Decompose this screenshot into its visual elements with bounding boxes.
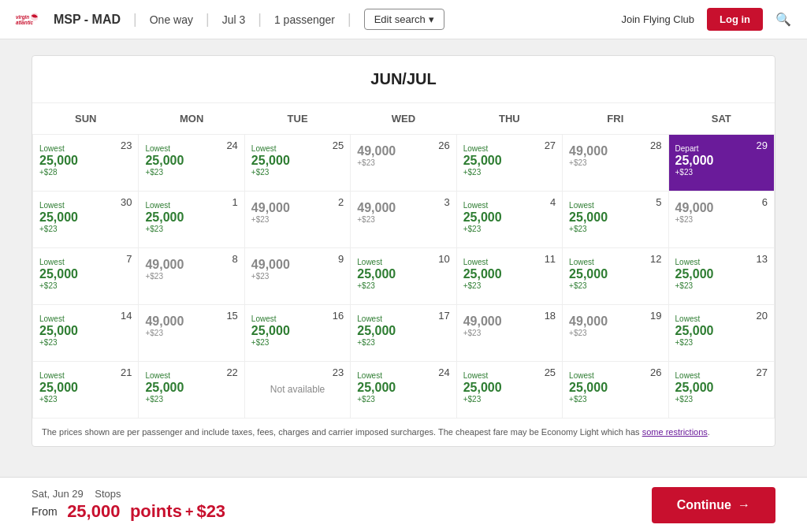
calendar-week-row: 23 Lowest 25,000 +$28 24 Lowest 25,000 +… xyxy=(33,135,775,192)
calendar-cell[interactable]: 17 Lowest 25,000 +$23 xyxy=(351,305,456,362)
cell-points: 25,000 xyxy=(463,154,556,168)
stops-label: Stops xyxy=(95,488,121,500)
calendar-cell[interactable]: 30 Lowest 25,000 +$23 xyxy=(33,192,139,248)
cell-points: 49,000 xyxy=(675,201,768,215)
continue-button[interactable]: Continue → xyxy=(652,487,775,523)
calendar-cell[interactable]: 28 49,000 +$23 xyxy=(563,135,668,192)
cell-day-number: 14 xyxy=(121,310,132,322)
calendar-cell[interactable]: 10 Lowest 25,000 +$23 xyxy=(351,248,456,305)
cell-day-number: 25 xyxy=(333,140,344,151)
cell-points: 49,000 xyxy=(251,258,344,272)
edit-search-button[interactable]: Edit search ▾ xyxy=(364,9,444,30)
cell-tax: +$23 xyxy=(357,215,449,224)
cell-points: 25,000 xyxy=(357,324,449,338)
cell-points: 49,000 xyxy=(569,314,661,329)
calendar-cell[interactable]: 23 Not available xyxy=(244,362,350,419)
cell-tax: +$23 xyxy=(569,225,661,233)
calendar-cell[interactable]: 27 Lowest 25,000 +$23 xyxy=(456,135,562,192)
calendar-cell[interactable]: 8 49,000 +$23 xyxy=(139,248,244,305)
bottom-plus: + xyxy=(185,504,194,520)
lowest-label: Lowest xyxy=(251,144,344,153)
lowest-label: Lowest xyxy=(569,201,661,210)
lowest-label: Lowest xyxy=(39,201,132,210)
calendar-cell[interactable]: 3 49,000 +$23 xyxy=(351,192,456,248)
calendar-cell[interactable]: 25 Lowest 25,000 +$23 xyxy=(456,362,562,419)
calendar-cell[interactable]: 21 Lowest 25,000 +$23 xyxy=(33,362,139,419)
cell-day-number: 21 xyxy=(121,366,132,378)
cell-day-number: 27 xyxy=(545,140,556,151)
cell-points: 25,000 xyxy=(251,154,344,168)
lowest-label: Lowest xyxy=(39,258,132,266)
calendar-cell[interactable]: 24 Lowest 25,000 +$23 xyxy=(139,135,244,192)
cell-tax: +$23 xyxy=(357,281,449,290)
calendar-week-row: 30 Lowest 25,000 +$23 1 Lowest 25,000 +$… xyxy=(33,192,775,248)
calendar-cell[interactable]: 16 Lowest 25,000 +$23 xyxy=(244,305,350,362)
cell-content: Lowest 25,000 +$23 xyxy=(569,255,661,290)
calendar-cell[interactable]: 7 Lowest 25,000 +$23 xyxy=(33,248,139,305)
calendar-cell[interactable]: 12 Lowest 25,000 +$23 xyxy=(563,248,668,305)
cell-tax: +$23 xyxy=(251,338,344,347)
divider-2: | xyxy=(206,11,210,28)
cell-points: 25,000 xyxy=(39,154,132,168)
calendar-cell[interactable]: 13 Lowest 25,000 +$23 xyxy=(668,248,774,305)
lowest-label: Lowest xyxy=(39,314,132,323)
lowest-label: Lowest xyxy=(145,144,237,153)
calendar-cell[interactable]: 29 Depart 25,000 +$23 xyxy=(668,135,774,192)
cell-points: 25,000 xyxy=(675,154,768,168)
calendar-cell[interactable]: 25 Lowest 25,000 +$23 xyxy=(244,135,350,192)
search-icon[interactable]: 🔍 xyxy=(775,12,791,27)
calendar-cell[interactable]: 11 Lowest 25,000 +$23 xyxy=(456,248,562,305)
lowest-label: Lowest xyxy=(39,371,132,380)
lowest-label: Lowest xyxy=(39,144,132,153)
calendar-cell[interactable]: 4 Lowest 25,000 +$23 xyxy=(456,192,562,248)
cell-day-number: 5 xyxy=(656,196,661,208)
cell-tax: +$23 xyxy=(463,329,556,337)
cell-day-number: 19 xyxy=(650,310,661,322)
cell-day-number: 8 xyxy=(232,253,238,265)
cell-tax: +$23 xyxy=(39,395,132,404)
calendar-cell[interactable]: 26 49,000 +$23 xyxy=(351,135,456,192)
calendar-cell[interactable]: 18 49,000 +$23 xyxy=(456,305,562,362)
cell-points: 25,000 xyxy=(39,381,132,395)
calendar-cell[interactable]: 14 Lowest 25,000 +$23 xyxy=(33,305,139,362)
cell-day-number: 26 xyxy=(438,140,449,151)
calendar-cell[interactable]: 24 Lowest 25,000 +$23 xyxy=(351,362,456,419)
cell-points: 49,000 xyxy=(569,144,661,158)
calendar-cell[interactable]: 15 49,000 +$23 xyxy=(139,305,244,362)
lowest-label: Lowest xyxy=(463,258,556,266)
cell-tax: +$23 xyxy=(145,272,237,281)
cell-content: Lowest 25,000 +$23 xyxy=(357,368,449,404)
cell-day-number: 11 xyxy=(545,253,556,265)
calendar-cell[interactable]: 1 Lowest 25,000 +$23 xyxy=(139,192,244,248)
selected-date: Sat, Jun 29 xyxy=(32,488,84,500)
calendar-header-row: SUN MON TUE WED THU FRI SAT xyxy=(33,103,775,135)
day-header-sat: SAT xyxy=(668,103,774,135)
cell-content: Lowest 25,000 +$23 xyxy=(675,368,768,404)
calendar-cell[interactable]: 26 Lowest 25,000 +$23 xyxy=(563,362,668,419)
calendar-cell[interactable]: 27 Lowest 25,000 +$23 xyxy=(668,362,774,419)
cell-content: 49,000 +$23 xyxy=(463,311,556,337)
calendar-title: JUN/JUL xyxy=(32,56,775,103)
cell-tax: +$23 xyxy=(463,281,556,290)
calendar-cell[interactable]: 19 49,000 +$23 xyxy=(563,305,668,362)
login-button[interactable]: Log in xyxy=(707,8,763,31)
disclaimer-link[interactable]: some restrictions xyxy=(642,427,708,437)
cell-content: Lowest 25,000 +$23 xyxy=(357,255,449,290)
calendar-cell[interactable]: 5 Lowest 25,000 +$23 xyxy=(563,192,668,248)
calendar-cell[interactable]: 22 Lowest 25,000 +$23 xyxy=(139,362,244,419)
calendar-cell[interactable]: 9 49,000 +$23 xyxy=(244,248,350,305)
cell-content: 49,000 +$23 xyxy=(145,255,237,281)
calendar-cell[interactable]: 2 49,000 +$23 xyxy=(244,192,350,248)
chevron-down-icon: ▾ xyxy=(429,13,434,25)
cell-points: 49,000 xyxy=(145,314,237,329)
cell-tax: +$23 xyxy=(357,158,449,167)
cell-day-number: 13 xyxy=(757,253,768,265)
cell-day-number: 26 xyxy=(650,366,661,378)
bottom-date-stops: Sat, Jun 29 Stops xyxy=(32,488,652,500)
cell-content: Lowest 25,000 +$23 xyxy=(569,198,661,233)
calendar-cell[interactable]: 6 49,000 +$23 xyxy=(668,192,774,248)
join-flying-club-link[interactable]: Join Flying Club xyxy=(622,13,695,25)
calendar-cell[interactable]: 23 Lowest 25,000 +$28 xyxy=(33,135,139,192)
lowest-label: Lowest xyxy=(675,258,768,266)
calendar-cell[interactable]: 20 Lowest 25,000 +$23 xyxy=(668,305,774,362)
